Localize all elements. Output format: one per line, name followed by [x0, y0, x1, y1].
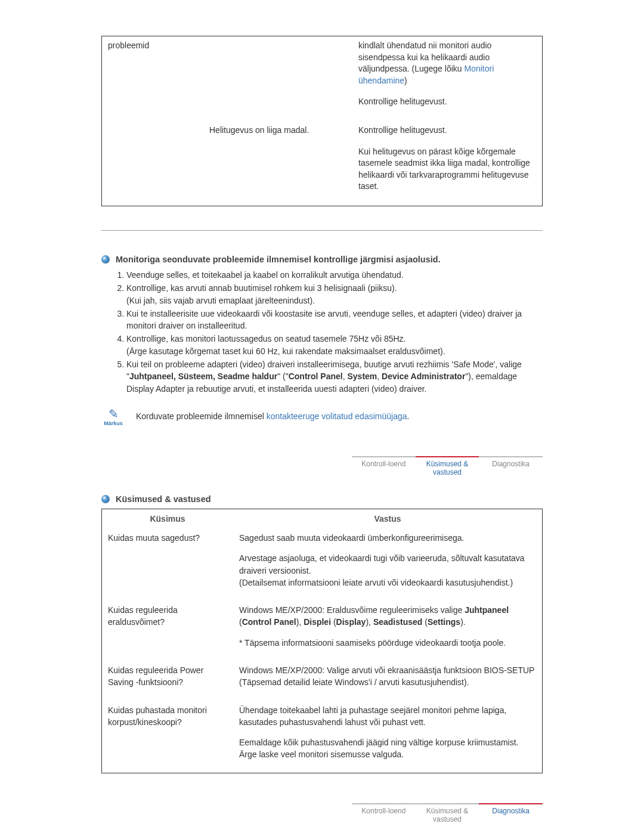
- answer-cell: Windows ME/XP/2000: Eraldusvõime regulee…: [233, 600, 543, 661]
- solution-text: Kui helitugevus on pärast kõige kõrgemal…: [358, 146, 536, 193]
- troubleshoot-table: probleemid kindlalt ühendatud nii monito…: [101, 36, 543, 206]
- table-header-row: Küsimus Vastus: [102, 509, 543, 528]
- symptom-cell: [102, 121, 204, 206]
- cause-cell: Helitugevus on liiga madal.: [203, 121, 352, 206]
- question-cell: Kuidas puhastada monitori korpust/kinesk…: [102, 701, 234, 773]
- answer-text: Windows ME/XP/2000: Eraldusvõime regulee…: [239, 604, 536, 628]
- note-row: ✎Märkus Korduvate probleemide ilmnemisel…: [101, 408, 543, 426]
- list-item: Veenduge selles, et toitekaabel ja kaabe…: [126, 269, 543, 281]
- qa-table: Küsimus Vastus Kuidas muuta sagedust? Sa…: [101, 509, 543, 773]
- table-row: Kuidas reguleerida Power Saving -funktsi…: [102, 661, 543, 701]
- table-row: Kuidas reguleerida eraldusvõimet? Window…: [102, 600, 543, 661]
- list-item: Kontrollige, kas monitori laotussagedus …: [126, 333, 543, 357]
- solution-text: Kontrollige helitugevust.: [358, 96, 536, 108]
- section-title: Monitoriga seonduvate probleemide ilmnem…: [116, 255, 441, 264]
- note-text: Korduvate probleemide ilmnemisel kontakt…: [136, 408, 543, 421]
- list-item: Kui teil on probleeme adapteri (video) d…: [126, 358, 543, 395]
- section-tabs: Kontroll-loend Küsimused & vastused Diag…: [352, 803, 543, 823]
- table-row: Kuidas puhastada monitori korpust/kinesk…: [102, 701, 543, 773]
- bullet-icon: [101, 495, 110, 503]
- section-header: Küsimused & vastused: [101, 494, 543, 504]
- solution-cell: kindlalt ühendatud nii monitori audio si…: [352, 36, 543, 121]
- table-row: Kuidas muuta sagedust? Sagedust saab muu…: [102, 528, 543, 600]
- symptom-cell: probleemid: [102, 36, 204, 121]
- tab-checklist[interactable]: Kontroll-loend: [352, 460, 416, 476]
- section-tabs: Kontroll-loend Küsimused & vastused Diag…: [352, 456, 543, 476]
- cause-cell: [203, 36, 352, 121]
- tab-diagnostics[interactable]: Diagnostika: [479, 807, 543, 823]
- tab-qa[interactable]: Küsimused & vastused: [416, 460, 479, 476]
- solution-cell: Kontrollige helitugevust. Kui helitugevu…: [352, 121, 543, 206]
- answer-header: Vastus: [233, 509, 543, 528]
- list-item: Kontrollige, kas arvuti annab buutimisel…: [126, 282, 543, 306]
- dealer-contact-link[interactable]: kontakteeruge volitatud edasimüüjaga: [267, 411, 407, 421]
- section-header: Monitoriga seonduvate probleemide ilmnem…: [101, 255, 543, 264]
- note-icon: ✎Märkus: [101, 408, 125, 426]
- section-title: Küsimused & vastused: [116, 494, 211, 504]
- question-cell: Kuidas reguleerida Power Saving -funktsi…: [102, 661, 234, 701]
- answer-cell: Windows ME/XP/2000: Valige arvuti või ek…: [233, 661, 543, 701]
- tab-qa[interactable]: Küsimused & vastused: [416, 807, 479, 823]
- solution-text: Kontrollige helitugevust.: [358, 125, 536, 137]
- answer-cell: Sagedust saab muuta videokaardi ümberkon…: [233, 528, 543, 600]
- bullet-icon: [101, 255, 110, 264]
- table-row: Helitugevus on liiga madal. Kontrollige …: [102, 121, 543, 206]
- question-cell: Kuidas reguleerida eraldusvõimet?: [102, 600, 234, 661]
- list-item: Kui te installeerisite uue videokaardi v…: [126, 308, 543, 332]
- answer-text: * Täpsema informatsiooni saamiseks pöörd…: [239, 637, 536, 649]
- tab-checklist[interactable]: Kontroll-loend: [352, 807, 416, 823]
- table-row: probleemid kindlalt ühendatud nii monito…: [102, 36, 543, 121]
- answer-cell: Ühendage toitekaabel lahti ja puhastage …: [233, 701, 543, 773]
- check-list: Veenduge selles, et toitekaabel ja kaabe…: [114, 269, 543, 395]
- divider: [101, 230, 543, 231]
- question-cell: Kuidas muuta sagedust?: [102, 528, 234, 600]
- tab-diagnostics[interactable]: Diagnostika: [479, 460, 543, 476]
- question-header: Küsimus: [102, 509, 234, 528]
